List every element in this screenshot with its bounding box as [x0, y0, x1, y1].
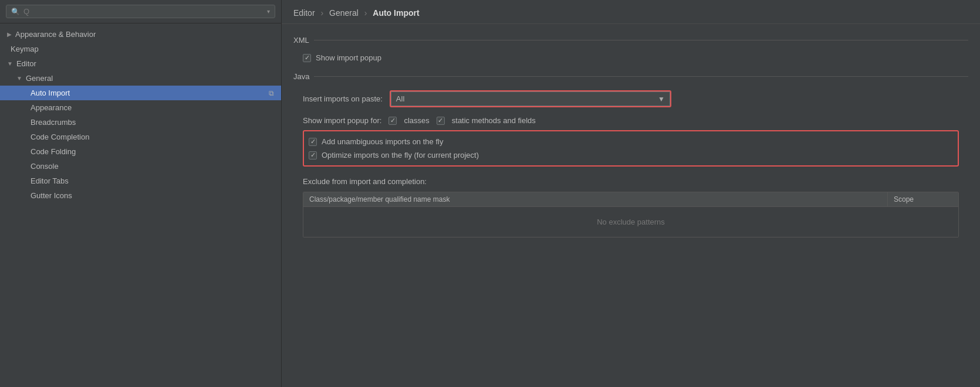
exclude-section: Exclude from import and completion: Clas… — [293, 175, 968, 237]
sidebar-item-label: Editor — [16, 59, 36, 68]
breadcrumb-sep1: › — [320, 8, 323, 18]
settings-content: XML Show import popup Java Insert import… — [282, 24, 980, 387]
breadcrumb-auto-import: Auto Import — [373, 8, 419, 18]
show-import-popup-row: Show import popup for: classes static me… — [293, 113, 968, 128]
sidebar-item-appearance-behavior[interactable]: ▶ Appearance & Behavior — [0, 27, 281, 42]
sidebar-item-appearance[interactable]: Appearance — [0, 100, 281, 115]
exclude-table-header: Class/package/member qualified name mask… — [303, 192, 958, 207]
insert-imports-dropdown-wrapper: All ▼ — [390, 90, 671, 107]
arrow-icon: ▶ — [7, 31, 12, 38]
exclude-col2-header: Scope — [888, 192, 958, 206]
breadcrumb-editor: Editor — [293, 8, 315, 18]
sidebar-item-label: Keymap — [11, 45, 39, 53]
optimize-imports-label: Optimize imports on the fly (for current… — [322, 151, 479, 159]
add-unambiguous-row: Add unambiguous imports on the fly — [309, 135, 953, 148]
sidebar-item-label: Appearance — [31, 103, 72, 112]
sidebar-item-label: Appearance & Behavior — [15, 30, 96, 39]
xml-section-label: XML — [293, 36, 309, 45]
chevron-down-icon: ▼ — [658, 95, 665, 103]
sidebar-item-editor-tabs[interactable]: Editor Tabs — [0, 174, 281, 188]
breadcrumb-sep2: › — [364, 8, 367, 18]
arrow-icon: ▼ — [16, 75, 22, 82]
xml-show-import-row: Show import popup — [293, 50, 968, 65]
xml-section-header: XML — [293, 36, 968, 45]
sidebar-item-editor[interactable]: ▼ Editor — [0, 56, 281, 71]
show-import-popup-label: Show import popup for: — [303, 116, 381, 125]
sidebar-item-label: Gutter Icons — [31, 191, 72, 200]
settings-sidebar: 🔍 ▾ ▶ Appearance & Behavior Keymap ▼ Edi… — [0, 0, 282, 387]
java-section-label: Java — [293, 72, 309, 81]
search-dropdown-icon[interactable]: ▾ — [267, 8, 270, 15]
arrow-icon: ▼ — [7, 60, 13, 67]
xml-show-import-label: Show import popup — [316, 53, 381, 62]
main-content: Editor › General › Auto Import XML Show … — [282, 0, 980, 387]
search-icon: 🔍 — [11, 8, 20, 16]
sidebar-item-label: Editor Tabs — [31, 176, 69, 185]
insert-imports-label: Insert imports on paste: — [303, 94, 383, 103]
show-import-classes-label: classes — [404, 116, 429, 125]
exclude-empty-message: No exclude patterns — [303, 207, 958, 237]
sidebar-item-label: Auto Import — [31, 89, 70, 97]
nav-tree: ▶ Appearance & Behavior Keymap ▼ Editor … — [0, 23, 281, 387]
copy-icon: ⧉ — [269, 89, 274, 97]
highlighted-options-box: Add unambiguous imports on the fly Optim… — [303, 130, 959, 167]
sidebar-item-label: Code Folding — [31, 147, 76, 156]
sidebar-item-code-completion[interactable]: Code Completion — [0, 130, 281, 144]
sidebar-item-auto-import[interactable]: Auto Import ⧉ — [0, 86, 281, 100]
optimize-imports-checkbox[interactable] — [309, 151, 317, 159]
search-bar: 🔍 ▾ — [0, 0, 281, 23]
sidebar-item-keymap[interactable]: Keymap — [0, 42, 281, 56]
show-import-static-label: static methods and fields — [452, 116, 536, 125]
insert-imports-value: All — [396, 94, 404, 103]
sidebar-item-gutter-icons[interactable]: Gutter Icons — [0, 188, 281, 203]
insert-imports-row: Insert imports on paste: All ▼ — [293, 87, 968, 111]
add-unambiguous-checkbox[interactable] — [309, 138, 317, 146]
search-wrapper[interactable]: 🔍 ▾ — [6, 5, 275, 18]
exclude-col1-header: Class/package/member qualified name mask — [303, 192, 888, 206]
show-import-classes-checkbox[interactable] — [388, 117, 397, 125]
sidebar-item-label: Breadcrumbs — [31, 118, 76, 127]
exclude-table: Class/package/member qualified name mask… — [303, 192, 959, 237]
optimize-imports-row: Optimize imports on the fly (for current… — [309, 148, 953, 162]
sidebar-item-label: Code Completion — [31, 133, 89, 141]
sidebar-item-general[interactable]: ▼ General — [0, 71, 281, 86]
java-section: Java Insert imports on paste: All ▼ Show… — [293, 72, 968, 237]
breadcrumb: Editor › General › Auto Import — [282, 0, 980, 24]
insert-imports-dropdown[interactable]: All ▼ — [391, 91, 670, 106]
sidebar-item-label: General — [26, 74, 53, 83]
search-input[interactable] — [23, 7, 263, 16]
add-unambiguous-label: Add unambiguous imports on the fly — [322, 137, 443, 146]
breadcrumb-general: General — [329, 8, 359, 18]
sidebar-item-breadcrumbs[interactable]: Breadcrumbs — [0, 115, 281, 130]
sidebar-item-console[interactable]: Console — [0, 159, 281, 174]
xml-show-import-checkbox[interactable] — [303, 54, 311, 62]
show-import-static-checkbox[interactable] — [437, 117, 445, 125]
exclude-label: Exclude from import and completion: — [293, 175, 968, 188]
sidebar-item-label: Console — [31, 162, 59, 171]
sidebar-item-code-folding[interactable]: Code Folding — [0, 144, 281, 159]
java-section-header: Java — [293, 72, 968, 81]
